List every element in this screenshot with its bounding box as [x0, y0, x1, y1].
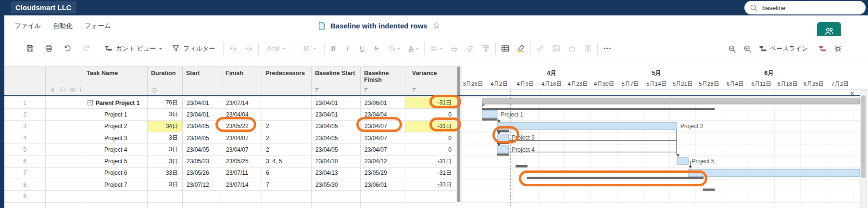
start-cell[interactable]: 23/07/12: [183, 179, 222, 190]
start-cell[interactable]: [183, 203, 222, 208]
outdent-icon[interactable]: [229, 44, 237, 52]
upload-icon[interactable]: [568, 44, 576, 52]
baseline-finish-cell[interactable]: [361, 203, 405, 208]
menu-forms[interactable]: フォーム: [85, 20, 111, 32]
finish-cell[interactable]: 23/07/11: [222, 168, 262, 179]
pane-splitter[interactable]: [456, 66, 462, 202]
baseline-start-cell[interactable]: 23/04/13: [312, 168, 361, 179]
baseline-start-cell[interactable]: 23/04/05: [312, 121, 361, 132]
row-number[interactable]: [4, 203, 46, 208]
zoom-in-icon[interactable]: [743, 45, 752, 53]
attachment-icon[interactable]: [50, 87, 56, 93]
favorite-star-icon[interactable]: ☆: [433, 21, 440, 31]
duration-cell[interactable]: 3日: [148, 132, 183, 143]
duration-cell[interactable]: [148, 203, 183, 208]
predecessors-cell[interactable]: 2: [262, 144, 312, 155]
duration-cell[interactable]: [148, 191, 183, 202]
predecessors-cell[interactable]: 3, 4, 5: [262, 156, 312, 167]
gantt-task-bar[interactable]: [677, 157, 688, 165]
gantt-task-bar[interactable]: [482, 111, 497, 118]
predecessors-cell[interactable]: 2: [262, 132, 312, 143]
finish-cell[interactable]: 23/07/14: [222, 179, 262, 190]
task-name-cell[interactable]: Project 6: [83, 168, 148, 179]
task-name-cell[interactable]: [83, 203, 148, 208]
critical-path-icon[interactable]: [818, 45, 827, 53]
more-options-icon[interactable]: [603, 44, 611, 52]
workspace-title[interactable]: Cloudsmart LLC: [11, 1, 76, 13]
highlight-changes-icon[interactable]: [517, 44, 525, 52]
baseline-start-cell[interactable]: 23/04/05: [312, 144, 361, 155]
start-cell[interactable]: 23/04/01: [183, 97, 222, 108]
baseline-start-cell[interactable]: 23/04/05: [312, 132, 361, 143]
row-number[interactable]: 3: [4, 121, 46, 132]
baseline-finish-cell[interactable]: 23/05/29: [361, 168, 405, 179]
start-cell[interactable]: 23/04/01: [183, 109, 222, 120]
task-name-cell[interactable]: Project 5: [83, 156, 148, 167]
task-name-cell[interactable]: Project 3: [83, 132, 148, 143]
predecessors-cell[interactable]: 2: [262, 121, 312, 132]
view-switcher[interactable]: ガント ビュー: [104, 44, 162, 53]
variance-cell[interactable]: -31日: [405, 168, 456, 179]
duration-cell[interactable]: 33日: [148, 168, 183, 179]
row-number[interactable]: 6: [4, 156, 46, 167]
predecessors-cell[interactable]: 7: [262, 179, 312, 190]
row-tools-cell[interactable]: [46, 203, 83, 208]
redo-icon[interactable]: [82, 44, 90, 52]
column-header-predecessors[interactable]: Predecessors: [262, 67, 312, 96]
task-name-cell[interactable]: Project 7: [83, 179, 148, 190]
column-header-baseline-start[interactable]: Baseline Start: [312, 67, 361, 96]
predecessors-cell[interactable]: [262, 203, 312, 208]
finish-cell[interactable]: 23/04/07: [222, 144, 262, 155]
predecessors-cell[interactable]: [262, 109, 312, 120]
baseline-finish-cell[interactable]: 23/04/07: [361, 144, 405, 155]
finish-cell[interactable]: [222, 191, 262, 202]
baseline-finish-cell[interactable]: 23/04/07: [361, 132, 405, 143]
font-family-select[interactable]: Arial: [267, 45, 286, 52]
row-number[interactable]: 5: [4, 144, 46, 155]
search-input[interactable]: baseline: [744, 1, 866, 14]
settings-gear-icon[interactable]: [834, 45, 842, 53]
row-tools-cell[interactable]: [46, 132, 83, 143]
row-tools-cell[interactable]: [46, 191, 83, 202]
task-name-cell[interactable]: Project 4: [83, 144, 148, 155]
column-header-variance[interactable]: Variance: [405, 67, 456, 96]
variance-cell[interactable]: [405, 191, 456, 202]
gantt-task-bar[interactable]: [497, 122, 677, 130]
start-cell[interactable]: [183, 191, 222, 202]
row-tools-cell[interactable]: [46, 179, 83, 190]
variance-cell[interactable]: -31日: [405, 179, 456, 190]
duration-cell[interactable]: 3日: [148, 144, 183, 155]
variance-cell[interactable]: 0: [405, 132, 456, 143]
collapse-toggle[interactable]: −: [88, 100, 93, 105]
insert-image-icon[interactable]: [552, 44, 560, 52]
undo-icon[interactable]: [63, 44, 72, 52]
baseline-start-cell[interactable]: 23/04/01: [312, 97, 361, 108]
predecessors-cell[interactable]: [262, 191, 312, 202]
start-cell[interactable]: 23/04/05: [183, 132, 222, 143]
row-tools-cell[interactable]: [46, 97, 83, 108]
gantt-summary-bar[interactable]: [482, 99, 860, 104]
comment-icon[interactable]: [60, 87, 66, 93]
duration-cell[interactable]: 3日: [148, 179, 183, 190]
save-icon[interactable]: [26, 44, 34, 52]
bold-button[interactable]: B: [330, 44, 337, 52]
variance-cell[interactable]: [405, 203, 456, 208]
baseline-start-cell[interactable]: 23/05/30: [312, 179, 361, 190]
grid-lines-icon[interactable]: [501, 44, 509, 52]
menu-automation[interactable]: 自動化: [53, 20, 73, 32]
finish-cell[interactable]: [222, 203, 262, 208]
row-number[interactable]: 2: [4, 109, 46, 120]
baseline-finish-cell[interactable]: [361, 191, 405, 202]
font-color-button[interactable]: A: [408, 45, 419, 52]
finish-cell[interactable]: 23/07/14: [222, 97, 262, 108]
variance-cell[interactable]: -31日: [405, 156, 456, 167]
baseline-finish-cell[interactable]: 23/06/01: [361, 97, 405, 108]
column-header-finish[interactable]: Finish: [222, 67, 262, 96]
menu-file[interactable]: ファイル: [14, 20, 41, 32]
column-header-duration[interactable]: Duration: [148, 67, 183, 96]
baseline-finish-cell[interactable]: 23/04/12: [361, 156, 405, 167]
proof-icon[interactable]: [70, 87, 76, 93]
copy-column-icon[interactable]: [584, 44, 592, 52]
task-name-cell[interactable]: [83, 191, 148, 202]
task-name-cell[interactable]: Project 1: [83, 109, 148, 120]
